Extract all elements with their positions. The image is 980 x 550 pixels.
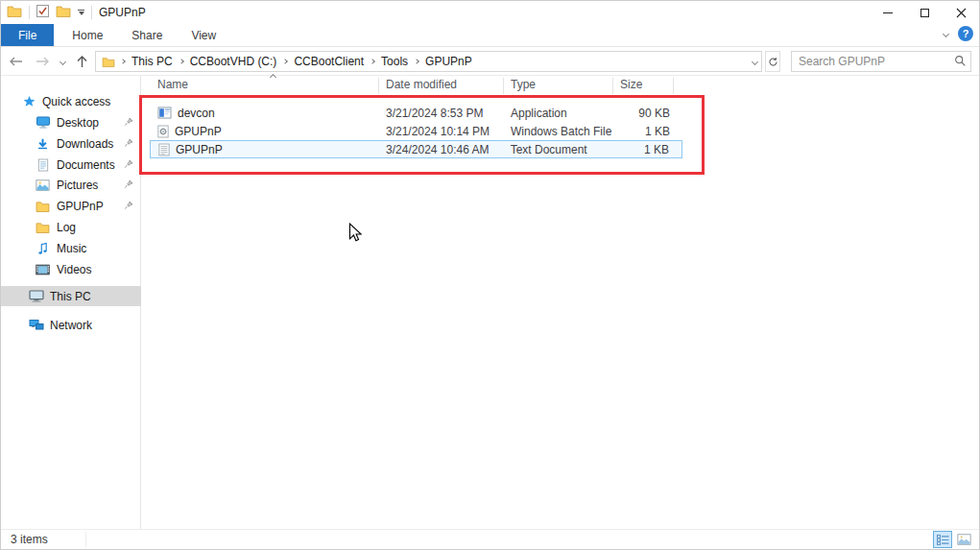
up-arrow-icon[interactable] bbox=[76, 55, 88, 68]
column-header-name[interactable]: Name bbox=[157, 78, 378, 95]
column-header-label: Date modified bbox=[386, 78, 457, 91]
file-date-cell: 3/24/2024 10:46 AM bbox=[378, 143, 503, 156]
address-bar[interactable]: This PC CCBootVHD (C:) CCBootClient Tool… bbox=[95, 51, 762, 72]
file-explorer-window: GPUPnP File Home Share View ? bbox=[0, 0, 980, 550]
star-icon bbox=[20, 95, 36, 108]
close-icon bbox=[956, 8, 967, 18]
file-list-pane: Name Date modified Type Size devcon 3/21… bbox=[142, 76, 979, 529]
column-header-date-modified[interactable]: Date modified bbox=[386, 78, 503, 95]
breadcrumb-gpupnp[interactable]: GPUPnP bbox=[425, 55, 472, 68]
large-icons-view-icon bbox=[957, 534, 971, 545]
pin-icon bbox=[124, 158, 133, 172]
tab-view[interactable]: View bbox=[177, 24, 230, 46]
close-button[interactable] bbox=[943, 1, 979, 24]
column-header-type[interactable]: Type bbox=[511, 78, 612, 95]
file-name-cell: GPUPnP bbox=[150, 125, 378, 138]
table-row-gpupnp-txt[interactable]: GPUPnP 3/24/2024 10:46 AM Text Document … bbox=[150, 140, 682, 158]
file-size-cell: 1 KB bbox=[611, 143, 681, 156]
file-date-cell: 3/21/2024 8:53 PM bbox=[378, 107, 503, 120]
help-icon[interactable]: ? bbox=[958, 26, 973, 41]
ribbon-tab-bar: File Home Share View bbox=[1, 24, 979, 47]
breadcrumb-separator-icon bbox=[179, 59, 184, 64]
breadcrumb-separator-icon bbox=[370, 59, 375, 64]
file-type-cell: Windows Batch File bbox=[503, 125, 612, 138]
sidebar-item-label: Desktop bbox=[57, 116, 99, 130]
sidebar-item-pictures[interactable]: Pictures bbox=[1, 175, 141, 195]
sidebar-item-quick-access[interactable]: Quick access bbox=[1, 91, 141, 111]
new-folder-icon[interactable] bbox=[56, 5, 71, 20]
maximize-button[interactable] bbox=[906, 1, 943, 24]
properties-check-icon[interactable] bbox=[36, 5, 49, 20]
document-icon bbox=[35, 158, 51, 172]
recent-locations-chevron-icon[interactable] bbox=[60, 58, 66, 64]
breadcrumb-separator-icon bbox=[283, 59, 289, 64]
picture-icon bbox=[35, 179, 51, 191]
forward-arrow-icon[interactable] bbox=[35, 56, 50, 67]
application-icon bbox=[157, 107, 172, 119]
pin-icon bbox=[124, 179, 133, 192]
sidebar-item-network[interactable]: Network bbox=[1, 315, 141, 335]
details-view-button[interactable] bbox=[933, 531, 952, 548]
file-type-cell: Text Document bbox=[503, 143, 612, 156]
file-size-cell: 1 KB bbox=[612, 125, 682, 138]
address-bar-row: This PC CCBootVHD (C:) CCBootClient Tool… bbox=[1, 47, 979, 76]
sidebar-item-label: Documents bbox=[57, 158, 115, 172]
table-row-gpupnp-bat[interactable]: GPUPnP 3/21/2024 10:14 PM Windows Batch … bbox=[150, 122, 682, 140]
computer-icon bbox=[28, 290, 44, 302]
sidebar-item-downloads[interactable]: Downloads bbox=[1, 133, 141, 154]
back-arrow-icon[interactable] bbox=[9, 56, 24, 67]
sidebar-item-documents[interactable]: Documents bbox=[1, 155, 141, 175]
file-name: GPUPnP bbox=[176, 143, 223, 156]
sidebar-item-desktop[interactable]: Desktop bbox=[1, 112, 141, 132]
table-row-devcon[interactable]: devcon 3/21/2024 8:53 PM Application 90 … bbox=[150, 104, 682, 122]
items-count: 3 items bbox=[11, 533, 48, 546]
column-header-label: Type bbox=[511, 78, 536, 91]
refresh-icon bbox=[768, 57, 778, 67]
file-size-cell: 90 KB bbox=[612, 107, 682, 120]
column-header-label: Name bbox=[157, 78, 188, 91]
column-separator[interactable] bbox=[503, 78, 504, 94]
title-bar: GPUPnP bbox=[1, 1, 979, 24]
file-name: GPUPnP bbox=[175, 125, 222, 138]
breadcrumb-ccbootvhd[interactable]: CCBootVHD (C:) bbox=[190, 55, 277, 68]
breadcrumb-this-pc[interactable]: This PC bbox=[131, 55, 173, 68]
breadcrumb-separator-icon bbox=[121, 59, 126, 64]
sidebar-item-music[interactable]: Music bbox=[1, 238, 141, 258]
file-name-cell: GPUPnP bbox=[151, 143, 378, 156]
details-view-icon bbox=[937, 535, 949, 545]
network-icon bbox=[28, 319, 44, 331]
titlebar-separator bbox=[29, 6, 30, 19]
sidebar-item-label: GPUPnP bbox=[57, 200, 104, 213]
column-separator[interactable] bbox=[378, 78, 379, 94]
tab-share[interactable]: Share bbox=[117, 24, 177, 46]
sidebar-item-label: Quick access bbox=[42, 95, 110, 108]
file-date-cell: 3/21/2024 10:14 PM bbox=[378, 125, 503, 138]
sidebar-item-log[interactable]: Log bbox=[1, 217, 141, 237]
breadcrumb-tools[interactable]: Tools bbox=[381, 55, 408, 68]
sidebar-item-gpupnp[interactable]: GPUPnP bbox=[1, 196, 141, 216]
pin-icon bbox=[124, 137, 133, 151]
column-separator[interactable] bbox=[673, 78, 674, 94]
refresh-button[interactable] bbox=[765, 51, 780, 72]
minimize-button[interactable] bbox=[870, 1, 906, 24]
tab-file[interactable]: File bbox=[1, 24, 54, 46]
breadcrumb-ccbootclient[interactable]: CCBootClient bbox=[294, 55, 364, 68]
customize-qat-chevron-icon[interactable] bbox=[78, 10, 84, 15]
tab-home[interactable]: Home bbox=[58, 24, 117, 46]
column-separator[interactable] bbox=[612, 78, 613, 94]
monitor-icon bbox=[35, 116, 51, 129]
file-name-cell: devcon bbox=[150, 107, 378, 120]
batch-file-icon bbox=[157, 125, 169, 138]
sidebar-item-videos[interactable]: Videos bbox=[1, 259, 141, 279]
folder-icon bbox=[35, 201, 51, 212]
address-dropdown-chevron-icon[interactable] bbox=[752, 58, 758, 64]
pin-icon bbox=[124, 200, 133, 213]
file-name: devcon bbox=[178, 107, 215, 120]
column-header-size[interactable]: Size bbox=[620, 78, 668, 95]
search-input[interactable] bbox=[791, 51, 971, 72]
sidebar-item-label: Network bbox=[50, 319, 92, 332]
collapse-ribbon-chevron-icon[interactable] bbox=[943, 30, 949, 36]
download-arrow-icon bbox=[35, 137, 51, 151]
large-icons-view-button[interactable] bbox=[954, 531, 973, 548]
sidebar-item-this-pc[interactable]: This PC bbox=[1, 286, 141, 306]
